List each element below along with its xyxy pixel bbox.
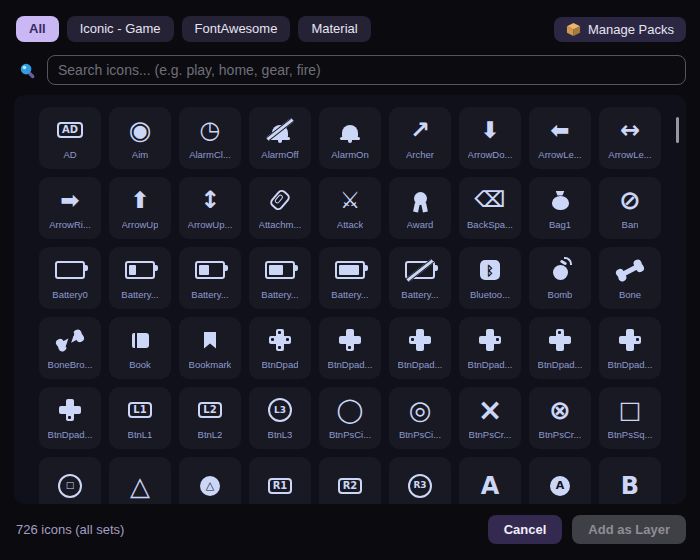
icon-label: BtnPsCr...	[539, 429, 582, 440]
icon-cell[interactable]: Battery...	[319, 247, 381, 309]
icon-cell[interactable]: ◉Aim	[109, 107, 171, 169]
search-row	[0, 42, 700, 85]
icon-label: ArrowDo...	[468, 149, 513, 160]
bag-icon	[542, 186, 578, 214]
icon-cell[interactable]: L3BtnL3	[249, 387, 311, 449]
icon-cell[interactable]: AlarmOn	[319, 107, 381, 169]
icon-cell[interactable]: A	[459, 457, 521, 504]
icon-cell[interactable]: ↕ArrowUp...	[179, 177, 241, 239]
icon-label: BtnDpad...	[538, 359, 583, 370]
icon-cell[interactable]: BtnDpad...	[389, 317, 451, 379]
tab-fontawesome[interactable]: FontAwesome	[182, 16, 291, 42]
icon-label: AlarmOff	[261, 149, 298, 160]
icon-cell[interactable]: ⊘Ban	[599, 177, 661, 239]
icon-cell[interactable]: Bag1	[529, 177, 591, 239]
dpad-sides-icon	[612, 326, 648, 354]
icon-label: BtnL1	[128, 429, 153, 440]
icon-cell[interactable]: R3	[389, 457, 451, 504]
icon-cell[interactable]: R2	[319, 457, 381, 504]
icon-cell[interactable]: ↗Archer	[389, 107, 451, 169]
icon-cell[interactable]: Battery0	[39, 247, 101, 309]
package-icon	[566, 22, 581, 37]
icon-cell[interactable]: ⌫BackSpa...	[459, 177, 521, 239]
icon-cell[interactable]: ⬅ArrowLe...	[529, 107, 591, 169]
icon-label: BtnPsCi...	[399, 429, 441, 440]
icon-cell[interactable]: Book	[109, 317, 171, 379]
icon-cell[interactable]: L1BtnL1	[109, 387, 171, 449]
icon-cell[interactable]: R1	[249, 457, 311, 504]
icon-cell[interactable]: △	[109, 457, 171, 504]
battery-3-icon	[262, 256, 298, 284]
icon-cell[interactable]: ⊗BtnPsCr...	[529, 387, 591, 449]
icon-cell[interactable]: BtnDpad...	[459, 317, 521, 379]
icon-cell[interactable]: BtnDpad...	[39, 387, 101, 449]
icon-cell[interactable]: A	[529, 457, 591, 504]
icon-cell[interactable]: Battery...	[109, 247, 171, 309]
icon-label: ArrowRi...	[49, 219, 91, 230]
icon-cell[interactable]: Bookmark	[179, 317, 241, 379]
icon-cell[interactable]: AlarmOff	[249, 107, 311, 169]
icon-cell[interactable]: BtnDpad...	[319, 317, 381, 379]
icon-cell[interactable]: ADAD	[39, 107, 101, 169]
add-as-layer-button[interactable]: Add as Layer	[572, 515, 686, 544]
icon-cell[interactable]: ◯BtnPsCi...	[319, 387, 381, 449]
icon-cell[interactable]: □	[39, 457, 101, 504]
icon-cell[interactable]: BtnDpad...	[599, 317, 661, 379]
icon-cell[interactable]: L2BtnL2	[179, 387, 241, 449]
icon-label: Battery...	[121, 289, 158, 300]
icon-cell[interactable]: ➡ArrowRi...	[39, 177, 101, 239]
ps-cross-circle-icon: ⊗	[542, 396, 578, 424]
icon-cell[interactable]: BoneBro...	[39, 317, 101, 379]
scrollbar-thumb[interactable]	[676, 117, 679, 143]
dpad-down-icon	[332, 326, 368, 354]
icon-label: BtnL3	[268, 429, 293, 440]
icon-cell[interactable]: Battery...	[179, 247, 241, 309]
icon-cell[interactable]: ⬆ArrowUp	[109, 177, 171, 239]
bomb-icon	[542, 256, 578, 284]
tab-all[interactable]: All	[16, 16, 59, 42]
btn-r1-icon: R1	[262, 472, 298, 500]
icon-cell[interactable]: ⚔Attack	[319, 177, 381, 239]
tab-iconic-game[interactable]: Iconic - Game	[67, 16, 174, 42]
icon-cell[interactable]: Attachm...	[249, 177, 311, 239]
tab-material[interactable]: Material	[298, 16, 370, 42]
icon-label: BtnPsCr...	[469, 429, 512, 440]
cancel-button[interactable]: Cancel	[488, 515, 563, 544]
dpad-right-icon	[472, 326, 508, 354]
icon-label: BtnDpad...	[48, 429, 93, 440]
icon-cell[interactable]: △	[179, 457, 241, 504]
icon-cell[interactable]: B	[599, 457, 661, 504]
icon-cell[interactable]: ↔ArrowLe...	[599, 107, 661, 169]
icon-cell[interactable]: BtnDpad...	[529, 317, 591, 379]
icon-cell[interactable]: ◷AlarmCl...	[179, 107, 241, 169]
icon-label: Bag1	[549, 219, 571, 230]
icon-cell[interactable]: ×BtnPsCr...	[459, 387, 521, 449]
btn-l2-icon: L2	[192, 396, 228, 424]
icon-cell[interactable]: Bomb	[529, 247, 591, 309]
btn-b-icon: B	[612, 472, 648, 500]
icon-cell[interactable]: Battery...	[249, 247, 311, 309]
award-icon	[402, 186, 438, 214]
icon-label: Aim	[132, 149, 148, 160]
icon-label: Battery...	[191, 289, 228, 300]
bluetooth-icon: ᛒ	[472, 256, 508, 284]
icon-cell[interactable]: Award	[389, 177, 451, 239]
icon-cell[interactable]: ⬇ArrowDo...	[459, 107, 521, 169]
search-input[interactable]	[47, 55, 686, 85]
icon-cell[interactable]: ᛒBluetoo...	[459, 247, 521, 309]
icon-grid: ADAD◉Aim◷AlarmCl...AlarmOffAlarmOn↗Arche…	[14, 95, 686, 504]
icon-label: ArrowLe...	[538, 149, 581, 160]
icon-label: Battery...	[331, 289, 368, 300]
bone-icon	[612, 256, 648, 284]
icon-cell[interactable]: Bone	[599, 247, 661, 309]
icon-cell[interactable]: BtnDpad	[249, 317, 311, 379]
attack-icon: ⚔	[332, 186, 368, 214]
icon-cell[interactable]: Battery...	[389, 247, 451, 309]
icon-cell[interactable]: ◎BtnPsCi...	[389, 387, 451, 449]
icon-label: Ban	[622, 219, 639, 230]
arrow-left-right-icon: ↔	[612, 116, 648, 144]
battery-0-icon	[52, 256, 88, 284]
ban-icon: ⊘	[612, 186, 648, 214]
icon-cell[interactable]: □BtnPsSq...	[599, 387, 661, 449]
manage-packs-button[interactable]: Manage Packs	[554, 17, 686, 42]
